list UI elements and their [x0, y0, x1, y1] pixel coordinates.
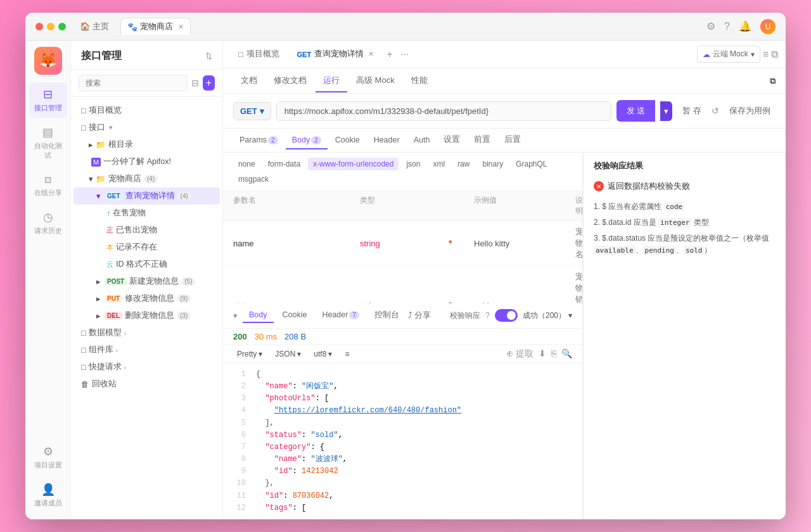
resp-tab-body[interactable]: Body — [243, 308, 274, 323]
resp-share-btn[interactable]: ⤴ 分享 — [408, 310, 431, 321]
req-tab-auth[interactable]: Auth — [407, 132, 437, 149]
sidebar-item-online-share[interactable]: ⧈ 在线分享 — [29, 168, 67, 203]
download-icon[interactable]: ⬇ — [539, 348, 546, 360]
tree-item-del-pet[interactable]: ▸ DEL 删除宠物信息 (3) — [73, 307, 220, 324]
add-button[interactable]: + — [203, 75, 215, 91]
body-tab-binary[interactable]: binary — [477, 158, 508, 170]
close-button[interactable] — [35, 23, 43, 30]
tree-item-overview[interactable]: □ 项目概览 — [73, 102, 220, 119]
save-temp-button[interactable]: 暂 存 — [677, 101, 706, 120]
copy-icon[interactable]: ⎘ — [551, 348, 556, 360]
close-tab-icon[interactable]: ✕ — [178, 23, 184, 31]
validate-help-icon[interactable]: ? — [485, 311, 490, 320]
body-tab-urlencoded[interactable]: x-www-form-urlencoded — [308, 158, 399, 170]
wrap-btn[interactable]: ≡ — [341, 348, 353, 360]
req-tab-post[interactable]: 后置 — [498, 130, 527, 150]
tree-item-not-exist[interactable]: 本 记录不存在 — [73, 239, 220, 256]
tree-item-new-pet[interactable]: ▸ POST 新建宠物信息 (5) — [73, 273, 220, 290]
resp-tab-header[interactable]: Header7 — [316, 308, 366, 323]
tree-item-root[interactable]: ▸ 📁 根目录 — [73, 136, 220, 153]
success-select[interactable]: 成功（200） ▾ — [523, 310, 572, 321]
add-tab-icon[interactable]: + — [384, 49, 395, 60]
req-tab-pre[interactable]: 前置 — [468, 130, 497, 150]
cloud-mock-btn[interactable]: ☁ 云端 Mock ▾ — [697, 46, 760, 63]
tree-item-petshop[interactable]: ▾ 📁 宠物商店 (4) — [73, 170, 220, 187]
extract-icon[interactable]: ⊕ 提取 — [506, 348, 533, 360]
req-tab-settings[interactable]: 设置 — [437, 130, 466, 150]
error-label: 返回数据结构校验失败 — [608, 180, 690, 193]
tree-item-intro[interactable]: M 一分钟了解 Apifox! — [73, 153, 220, 170]
sidebar-item-history[interactable]: ◷ 请求历史 — [29, 205, 67, 241]
more-tabs-icon[interactable]: ··· — [398, 49, 411, 60]
split-view-icon[interactable]: ⧉ — [770, 76, 776, 86]
minimize-button[interactable] — [47, 23, 54, 30]
sidebar-item-invite[interactable]: 👤 邀请成员 — [29, 478, 67, 513]
body-tab-form-data[interactable]: form-data — [263, 158, 305, 170]
body-tab-json[interactable]: json — [401, 158, 425, 170]
notification-icon[interactable]: 🔔 — [739, 20, 751, 32]
tree-item-query-pet[interactable]: ▾ GET 查询宠物详情 (4) — [73, 187, 220, 205]
resp-tab-console[interactable]: 控制台 — [368, 307, 406, 324]
panel-more-icon[interactable]: ≡ — [763, 49, 769, 60]
collapse-icon[interactable]: ▾ — [233, 311, 238, 320]
split-panel-icon[interactable]: ⧉ — [771, 49, 778, 60]
tab-overview[interactable]: □ 项目概览 — [231, 45, 287, 63]
val-item-2: 2. $.data.id 应当是 integer 类型 — [594, 215, 776, 231]
response-top-bar: ▾ Body Cookie Header7 控制台 ⤴ 分享 — [223, 303, 582, 329]
save-case-button[interactable]: 保存为用例 — [724, 101, 776, 120]
encoding-btn[interactable]: utf8 ▾ — [310, 348, 336, 360]
settings-icon[interactable]: ⚙ — [706, 20, 715, 32]
tree-item-trash[interactable]: 🗑 回收站 — [73, 376, 220, 393]
tab-advanced-mock[interactable]: 高级 Mock — [348, 70, 402, 92]
refresh-button[interactable]: ↺ — [712, 106, 719, 116]
tree-item-bad-format[interactable]: 云 ID 格式不正确 — [73, 256, 220, 273]
search-input[interactable] — [79, 75, 188, 91]
url-input[interactable] — [276, 101, 611, 121]
body-tab-graphql[interactable]: GraphQL — [511, 158, 552, 170]
user-avatar[interactable]: U — [760, 19, 776, 34]
left-panel-actions: ⇅ — [205, 51, 212, 61]
tab-query-pet[interactable]: GET 查询宠物详情 ✕ — [290, 45, 382, 63]
tree-item-update-pet[interactable]: ▸ PUT 修改宠物信息 (9) — [73, 290, 220, 307]
resp-tab-cookie[interactable]: Cookie — [276, 308, 314, 323]
tree-item-for-sale[interactable]: ↑ 在售宠物 — [73, 205, 220, 222]
sidebar-item-auto-test[interactable]: ▤ 自动化测试 — [29, 120, 67, 165]
pretty-btn[interactable]: Pretty ▾ — [233, 348, 266, 360]
invite-icon: 👤 — [41, 483, 55, 497]
req-tab-cookie[interactable]: Cookie — [329, 132, 366, 149]
req-tab-params[interactable]: Params2 — [233, 132, 284, 149]
tree-item-components[interactable]: □ 组件库 › — [73, 341, 220, 358]
tree-item-data-model[interactable]: □ 数据模型 › — [73, 324, 220, 341]
tab-run[interactable]: 运行 — [316, 70, 347, 92]
send-dropdown-button[interactable]: ▾ — [660, 101, 672, 121]
home-tab[interactable]: 🏠 主页 — [73, 18, 115, 35]
sort-icon[interactable]: ⇅ — [205, 51, 212, 61]
json-btn[interactable]: JSON ▾ — [271, 348, 305, 360]
body-tab-none[interactable]: none — [233, 158, 260, 170]
tab-docs[interactable]: 文档 — [233, 70, 265, 92]
req-tab-body[interactable]: Body2 — [286, 132, 328, 149]
tree-item-quick-req[interactable]: □ 快捷请求 › — [73, 358, 220, 376]
validate-toggle[interactable] — [495, 309, 518, 322]
quick-req-icon: □ — [81, 363, 86, 372]
active-tab-petshop[interactable]: 🐾 宠物商店 ✕ — [120, 18, 191, 35]
method-select[interactable]: GET ▾ — [233, 102, 271, 120]
body-tab-xml[interactable]: xml — [428, 158, 450, 170]
body-tab-msgpack[interactable]: msgpack — [233, 173, 274, 186]
sidebar-item-settings[interactable]: ⚙ 项目设置 — [29, 440, 67, 475]
sidebar-item-api-mgmt[interactable]: ⊟ 接口管理 — [29, 82, 67, 118]
val-item-1: 1. $ 应当有必需属性 code — [594, 199, 776, 215]
filter-icon[interactable]: ⊟ — [191, 78, 199, 88]
tree-item-sold[interactable]: 正 已售出宠物 — [73, 222, 220, 239]
tab-edit-docs[interactable]: 修改文档 — [266, 70, 314, 92]
close-request-tab-icon[interactable]: ✕ — [368, 50, 374, 58]
tab-perf[interactable]: 性能 — [404, 70, 435, 92]
tree-item-api[interactable]: □ 接口 ▾ — [73, 119, 220, 136]
send-button[interactable]: 发 送 — [616, 100, 656, 122]
api-icon: □ — [81, 124, 86, 132]
help-icon[interactable]: ? — [724, 21, 730, 32]
search-resp-icon[interactable]: 🔍 — [561, 348, 572, 360]
req-tab-header[interactable]: Header — [367, 132, 406, 149]
maximize-button[interactable] — [58, 23, 66, 30]
body-tab-raw[interactable]: raw — [452, 158, 475, 170]
